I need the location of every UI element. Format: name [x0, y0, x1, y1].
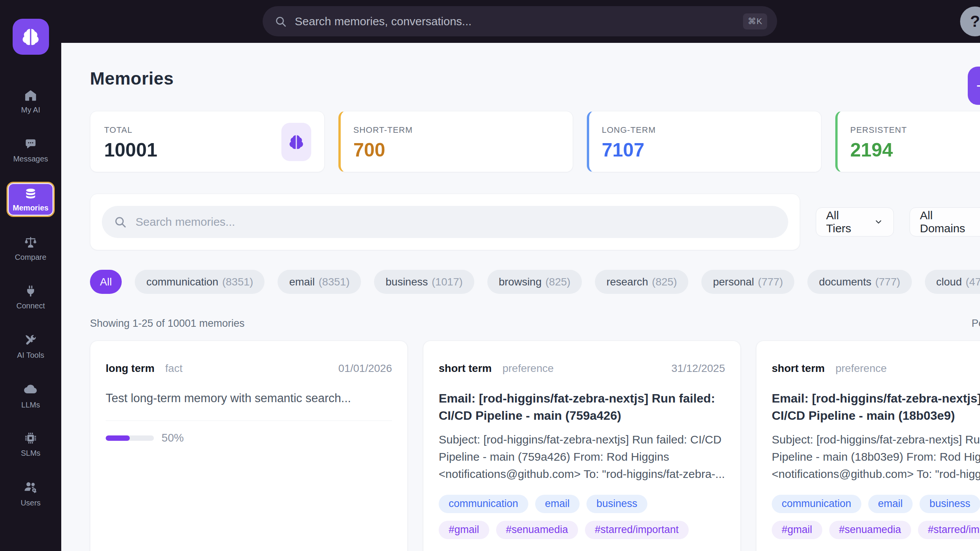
memory-search[interactable]: [102, 206, 788, 238]
stat-label: PERSISTENT: [850, 125, 980, 135]
stats-row: TOTAL 10001 SHORT-TERM 700 LONG-TERM 710…: [90, 111, 980, 172]
sidebar-item-compare[interactable]: Compare: [0, 224, 61, 273]
tier-badge: short term: [439, 362, 492, 375]
brain-icon: [21, 27, 41, 47]
brain-chip: [281, 123, 311, 161]
plus-icon: +: [976, 75, 980, 96]
plug-icon: [24, 285, 37, 298]
domain-chips: All communication(8351) email(8351) busi…: [90, 270, 980, 294]
memory-card[interactable]: short term preference 31/12/2025 Email: …: [423, 341, 741, 551]
sidebar-item-my-ai[interactable]: My AI: [0, 77, 61, 126]
stat-value: 2194: [850, 139, 980, 161]
domain-tag: business: [920, 495, 980, 513]
domain-tag: email: [535, 495, 580, 513]
tier-select-value: All Tiers: [826, 209, 864, 235]
hashtag-tag: #gmail: [439, 521, 489, 539]
users-icon: [23, 479, 38, 495]
search-icon: [113, 215, 127, 229]
add-memory-button[interactable]: +: [968, 67, 980, 105]
sidebar-nav: My AI Messages Memories Compare Connect …: [0, 77, 61, 518]
chip-email[interactable]: email(8351): [278, 270, 361, 294]
sidebar-item-label: Connect: [16, 302, 45, 310]
progress-track: [106, 435, 154, 441]
active-item-box: Memories: [7, 182, 55, 217]
page-title: Memories: [90, 68, 980, 89]
domain-select[interactable]: All Domains: [910, 207, 980, 236]
filter-bar: All Tiers All Domains: [90, 194, 980, 250]
domain-tag: email: [868, 495, 913, 513]
hashtag-tag: #starred/important: [585, 521, 689, 539]
results-meta: Showing 1-25 of 10001 memories Per page: [90, 318, 980, 330]
chip-documents[interactable]: documents(777): [807, 270, 911, 294]
per-page-label: Per page: [972, 318, 980, 329]
type-badge: fact: [165, 362, 183, 375]
stat-card-total: TOTAL 10001: [90, 111, 325, 172]
sidebar-item-label: AI Tools: [17, 351, 44, 360]
memory-title: Email: [rod-higgins/fat-zebra-nextjs] Ru…: [772, 390, 980, 425]
tier-badge: long term: [106, 362, 155, 375]
memory-search-input[interactable]: [136, 215, 777, 228]
chip-business[interactable]: business(1017): [374, 270, 474, 294]
global-search-input[interactable]: [295, 15, 735, 28]
sidebar-item-ai-tools[interactable]: AI Tools: [0, 322, 61, 371]
memory-date: 01/01/2026: [338, 362, 392, 375]
stat-label: LONG-TERM: [602, 125, 807, 135]
type-badge: preference: [835, 362, 887, 375]
stat-card-persistent: PERSISTENT 2194: [835, 111, 980, 172]
memory-date: 31/12/2025: [671, 362, 725, 375]
stat-card-short-term: SHORT-TERM 700: [338, 111, 573, 172]
stat-value: 700: [353, 139, 559, 161]
sidebar-item-label: Memories: [13, 204, 48, 212]
chip-communication[interactable]: communication(8351): [135, 270, 265, 294]
sidebar-item-memories[interactable]: Memories: [0, 175, 61, 224]
stat-label: TOTAL: [104, 125, 310, 135]
domain-tags: communication email business: [439, 495, 725, 513]
sidebar-item-connect[interactable]: Connect: [0, 273, 61, 322]
memory-card[interactable]: long term fact 01/01/2026 Test long-term…: [90, 341, 408, 551]
chevron-down-icon: [874, 217, 884, 227]
hashtag-tags: #gmail #senuamedia #starred/important: [772, 521, 980, 539]
sidebar-item-messages[interactable]: Messages: [0, 126, 61, 175]
memory-subject: Subject: [rod-higgins/fat-zebra-nextjs] …: [772, 431, 980, 483]
tools-icon: [24, 333, 38, 347]
sidebar-item-slms[interactable]: SLMs: [0, 420, 61, 469]
help-button[interactable]: ?: [960, 7, 980, 36]
progress-fill: [106, 435, 130, 441]
chip-cloud[interactable]: cloud(47): [925, 270, 980, 294]
stat-label: SHORT-TERM: [353, 125, 559, 135]
chip-browsing[interactable]: browsing(825): [487, 270, 582, 294]
sidebar-item-llms[interactable]: LLMs: [0, 371, 61, 420]
memory-search-card: [90, 194, 800, 250]
chip-personal[interactable]: personal(777): [701, 270, 794, 294]
sidebar-item-users[interactable]: Users: [0, 469, 61, 518]
memory-card-header: long term fact 01/01/2026: [106, 362, 392, 375]
sidebar-item-label: SLMs: [21, 449, 40, 458]
brain-icon: [288, 134, 305, 150]
home-icon: [24, 89, 37, 102]
chip-all[interactable]: All: [90, 270, 122, 294]
stat-value: 10001: [104, 139, 310, 161]
chip-research[interactable]: research(825): [595, 270, 688, 294]
results-count: Showing 1-25 of 10001 memories: [90, 318, 245, 329]
main-content: Memories + TOTAL 10001 SHORT-TERM 700 LO…: [61, 43, 980, 551]
cloud-icon: [23, 381, 38, 397]
domain-tag: communication: [772, 495, 861, 513]
hashtag-tag: #gmail: [772, 521, 822, 539]
app-logo[interactable]: [13, 19, 49, 55]
domain-select-value: All Domains: [920, 209, 979, 235]
memory-title: Email: [rod-higgins/fat-zebra-nextjs] Ru…: [439, 390, 725, 425]
database-icon: [24, 187, 37, 201]
tier-select[interactable]: All Tiers: [816, 207, 894, 236]
search-icon: [274, 15, 287, 28]
divider: [106, 421, 392, 421]
hashtag-tag: #starred/important: [918, 521, 980, 539]
sidebar: My AI Messages Memories Compare Connect …: [0, 0, 61, 551]
global-search[interactable]: ⌘K: [263, 6, 777, 36]
domain-tag: business: [586, 495, 647, 513]
topbar: ⌘K ?: [0, 0, 980, 43]
hashtag-tags: #gmail #senuamedia #starred/important: [439, 521, 725, 539]
memory-title: Test long-term memory with semantic sear…: [106, 390, 392, 407]
hashtag-tag: #senuamedia: [829, 521, 911, 539]
memory-subject: Subject: [rod-higgins/fat-zebra-nextjs] …: [439, 431, 725, 483]
memory-card[interactable]: short term preference 31/12/2025 Email: …: [756, 341, 980, 551]
